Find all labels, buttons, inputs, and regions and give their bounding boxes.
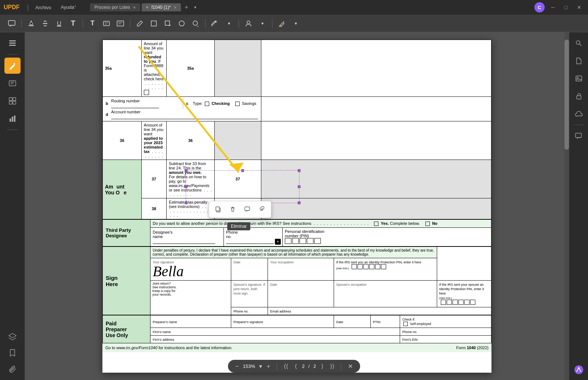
comment-tool-icon[interactable]	[6, 18, 18, 29]
shape-icon[interactable]	[148, 18, 160, 29]
ip-label-2: If the IRS sent your spouse an Identity …	[439, 283, 484, 295]
sidebar-item-chart[interactable]	[4, 110, 21, 127]
tab-f1040-dropdown[interactable]: ▾	[146, 5, 148, 10]
sidebar-item-annotate[interactable]	[4, 58, 21, 74]
spouse-signature-field[interactable]: Spouse's signature. If joint return, bot…	[231, 281, 268, 307]
firm-name-cell[interactable]: Firm's name	[150, 328, 400, 336]
pin-label: Personal identificationnumber (PIN)	[283, 228, 491, 246]
ctx-copy-button[interactable]	[212, 204, 224, 215]
row-37-text: Subtract line 33 from line 24. This is t…	[166, 160, 214, 198]
scrollbar-track	[565, 32, 569, 380]
eliminar-tooltip[interactable]: Eliminar	[227, 222, 250, 230]
pen-tool-icon[interactable]	[209, 18, 221, 29]
nav-first-button[interactable]: ⟨⟨	[282, 362, 290, 370]
check-if-label: Check if:	[402, 318, 415, 321]
svg-rect-19	[10, 118, 11, 122]
preparer-sig-cell[interactable]: Preparer's signature	[231, 315, 334, 328]
tab-f1040[interactable]: ▾ f1040 (1)* ✕	[142, 3, 181, 11]
page-separator: /	[308, 363, 310, 369]
tab-batch[interactable]: Proceso por Lotes ✕	[90, 3, 140, 11]
preparer-date-cell[interactable]: Date	[334, 315, 371, 328]
firm-phone-cell[interactable]: Phone no.	[400, 328, 491, 336]
user-dropdown-icon[interactable]: ▾	[257, 18, 268, 29]
ip-detail-1: (see inst.)	[336, 267, 349, 270]
current-page-text: 2	[302, 363, 305, 369]
text-T-icon[interactable]: T	[87, 18, 98, 29]
spouse-occupation-field[interactable]: Spouse's occupation	[334, 281, 437, 307]
circle-shape-icon[interactable]	[176, 18, 188, 29]
tab-overflow-dropdown[interactable]: ▾	[192, 5, 199, 10]
your-signature-field[interactable]: Your signature Bella	[150, 258, 231, 281]
firm-ein-cell[interactable]: Firm's EIN	[400, 336, 491, 343]
text-tool-icon[interactable]: T	[67, 18, 79, 29]
left-sidebar	[0, 32, 25, 380]
text-edit-icon[interactable]	[115, 18, 126, 29]
ctx-settings-button[interactable]	[256, 204, 268, 215]
minimize-button[interactable]: ─	[548, 4, 558, 10]
document-area[interactable]: 35a Amount of line 34 you want refunded …	[25, 32, 569, 380]
sidebar-item-grid[interactable]	[4, 93, 21, 109]
email-field[interactable]: Email address	[268, 307, 491, 315]
strikethrough-tool-icon[interactable]	[39, 18, 51, 29]
svg-rect-16	[13, 98, 16, 101]
user-icon[interactable]	[243, 18, 254, 29]
right-lock-icon[interactable]	[571, 88, 587, 104]
textbox-icon[interactable]	[101, 18, 112, 29]
nav-next-button[interactable]: ⟩	[320, 362, 325, 370]
right-brand-icon[interactable]	[573, 364, 585, 377]
zoom-in-button[interactable]: +	[265, 362, 271, 370]
underline-tool-icon[interactable]	[53, 18, 65, 29]
svg-rect-28	[576, 76, 582, 81]
sidebar-item-attachment[interactable]	[4, 361, 21, 377]
color-fill-icon[interactable]	[276, 18, 288, 29]
pdf-page: 35a Amount of line 34 you want refunded …	[102, 40, 491, 373]
toolbar-sep-6	[272, 19, 272, 28]
type-label: Type: Checking Savings	[191, 98, 259, 109]
zoom-out-button[interactable]: −	[234, 362, 240, 370]
app-logo: UPDF	[4, 4, 20, 11]
date-field-2[interactable]: Date	[268, 281, 334, 307]
close-page-bar-button[interactable]: ✕	[346, 362, 354, 370]
pencil-icon[interactable]	[134, 18, 146, 29]
phone-no-field[interactable]: Phone no.	[231, 307, 268, 315]
right-chat-icon[interactable]	[571, 128, 587, 144]
pen-dropdown-icon[interactable]: ▾	[223, 18, 235, 29]
right-search-icon[interactable]	[571, 35, 587, 51]
tab-batch-close[interactable]: ✕	[133, 6, 136, 10]
menu-archivo[interactable]: Archivo	[32, 5, 54, 10]
ip-pin-field-1[interactable]: If the IRS sent you an Identity Protecti…	[334, 258, 437, 281]
right-document-icon[interactable]	[571, 53, 587, 69]
ip-pin-field-2[interactable]: If the IRS sent your spouse an Identity …	[437, 281, 491, 307]
nav-prev-button[interactable]: ⟨	[293, 362, 298, 370]
right-cloud-icon[interactable]	[571, 106, 587, 122]
nav-last-button[interactable]: ⟩⟩	[329, 362, 336, 370]
row-36-text: Amount of line 34 you want applied to yo…	[141, 121, 166, 160]
maximize-button[interactable]: □	[562, 4, 570, 10]
highlight-tool-icon[interactable]	[25, 18, 37, 29]
footer-text: Go to www.irs.gov/Form1040 for instructi…	[105, 346, 232, 350]
preparer-sig-label: Preparer's signature	[233, 320, 263, 324]
sidebar-item-view[interactable]	[4, 35, 21, 51]
menu-ayuda[interactable]: Ayuda●	[58, 4, 79, 10]
add-tab-button[interactable]: +	[182, 4, 190, 11]
shape-dropdown-icon[interactable]	[162, 18, 174, 29]
ptin-cell[interactable]: PTIN	[371, 315, 400, 328]
ctx-comment-button[interactable]	[242, 204, 253, 215]
sidebar-item-list[interactable]	[4, 75, 21, 91]
preparer-name-cell[interactable]: Preparer's name	[150, 315, 231, 328]
date-field-1[interactable]: Date	[231, 258, 268, 281]
right-image-icon[interactable]	[571, 70, 587, 87]
user-avatar[interactable]: C	[534, 2, 545, 12]
sidebar-item-layers[interactable]	[4, 329, 21, 345]
your-occupation-field[interactable]: Your occupation	[268, 258, 334, 281]
close-button[interactable]: ✕	[574, 4, 584, 10]
circle-dropdown-icon[interactable]	[190, 18, 202, 29]
sidebar-item-bookmark[interactable]	[4, 345, 21, 361]
signature-text: Bella	[153, 263, 184, 279]
scrollbar-thumb[interactable]	[565, 40, 569, 150]
tab-f1040-close[interactable]: ✕	[174, 6, 177, 10]
firm-address-cell[interactable]: Firm's address	[150, 336, 400, 343]
ctx-delete-button[interactable]	[227, 204, 239, 215]
color-fill-dropdown-icon[interactable]: ▾	[290, 18, 302, 29]
zoom-dropdown-button[interactable]: ▾	[258, 362, 264, 370]
